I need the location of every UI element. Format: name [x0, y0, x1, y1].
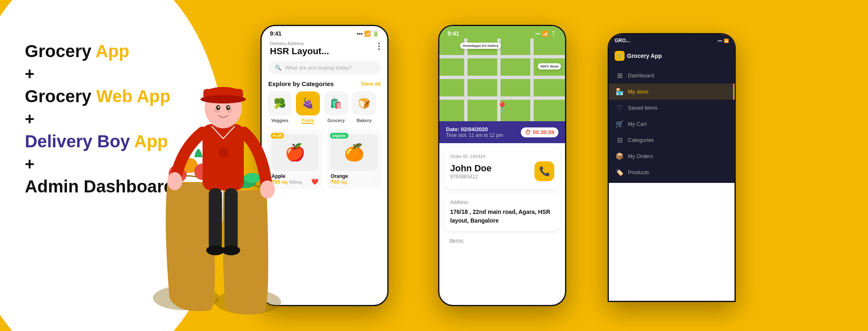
nav-cart-label: My Cart	[628, 121, 647, 127]
phone3-time: GRO...	[615, 38, 630, 43]
map-view: Venkatappa Art Gallery HDFC Bank 📍	[439, 38, 565, 121]
wifi-icon: 📶	[724, 38, 729, 43]
nav-orders-label: My Orders	[628, 153, 653, 159]
phone3-status-bar: GRO... ▪▪▪ 📶	[609, 34, 734, 47]
bakery-label: Bakery	[357, 118, 372, 123]
call-button[interactable]: 📞	[534, 161, 554, 181]
phone2-status-icons: ▪▪▪ 📶 🔋	[535, 31, 557, 37]
fruits-icon: 🍇	[296, 91, 320, 115]
customer-info: John Doe 9765883412 📞	[450, 161, 554, 181]
nav-categories-label: Categories	[628, 137, 654, 143]
address-text: 176/18 , 22nd main road, Agara, HSR layo…	[450, 208, 554, 225]
admin-app-header: 🛒 Grocery App	[609, 47, 734, 65]
nav-item-orders[interactable]: 📦 My Orders	[609, 148, 734, 164]
map-road	[439, 96, 565, 100]
order-timeslot: Time slot: 11 am to 12 pm	[446, 132, 503, 138]
svg-point-19	[218, 106, 219, 108]
bakery-icon: 🍞	[352, 91, 376, 115]
order-status-bar: Date: 02/04/2020 Time slot: 11 am to 12 …	[439, 121, 565, 143]
map-location-label-bank: HDFC Bank	[538, 63, 561, 70]
svg-point-21	[167, 172, 182, 190]
nav-dashboard-label: Dashboard	[628, 72, 654, 79]
countdown-timer: ⏱ 00:30:59	[521, 127, 558, 137]
nav-item-categories[interactable]: ⊟ Categories	[609, 132, 734, 148]
order-id: Order ID: 242424	[450, 154, 554, 159]
map-road	[439, 55, 565, 58]
svg-point-14	[200, 95, 246, 103]
wifi-icon: 📶	[542, 31, 548, 37]
svg-point-25	[206, 245, 224, 255]
apple-old-price: ₹20/kg	[289, 180, 302, 185]
fruits-label: Fruits	[302, 118, 315, 124]
phone2-time: 9:41	[448, 30, 459, 37]
heart-filled-icon[interactable]: ❤️	[311, 178, 318, 185]
orange-image: 🍊	[331, 134, 377, 171]
svg-point-22	[260, 180, 275, 199]
signal-icon: ▪▪▪	[535, 31, 540, 36]
nav-item-cart[interactable]: 🛒 My Cart	[609, 116, 734, 132]
category-grocery[interactable]: 🛍️ Grocery	[324, 91, 348, 124]
address-label: Address	[450, 199, 554, 205]
organic-badge: organic	[330, 133, 348, 139]
nav-item-mystore[interactable]: 🏪 My store	[609, 84, 734, 100]
order-date: Date: 02/04/2020	[446, 126, 503, 132]
phone1-status-icons: ▪▪▪ 📶 🔋	[357, 31, 379, 37]
battery-icon: 🔋	[372, 31, 379, 37]
orange-name: Orange	[331, 173, 377, 179]
cart-icon: 🛒	[615, 120, 624, 128]
nav-item-saved[interactable]: ♡ Saved items	[609, 100, 734, 116]
search-placeholder: What are you buying today?	[285, 65, 352, 71]
items-section-label: Items	[439, 236, 565, 246]
svg-point-27	[218, 148, 228, 158]
phone3-status-icons: ▪▪▪ 📶	[718, 38, 729, 43]
saved-icon: ♡	[615, 104, 624, 112]
dashboard-icon: ⊞	[615, 72, 624, 79]
svg-point-26	[222, 245, 240, 255]
nav-item-dashboard[interactable]: ⊞ Dashboard	[609, 67, 734, 84]
nav-mystore-label: My store	[628, 89, 649, 95]
logo-text: Grocery App	[627, 53, 662, 59]
orange-price: ₹60 /kg	[331, 179, 377, 185]
customer-phone: 9765883412	[450, 174, 491, 180]
map-road	[464, 38, 467, 121]
battery-icon: 🔋	[550, 31, 557, 37]
map-pin: 📍	[496, 101, 508, 113]
logo-icon: 🛒	[615, 51, 625, 61]
address-card: Address 176/18 , 22nd main road, Agara, …	[444, 194, 560, 231]
nav-saved-label: Saved items	[628, 105, 658, 111]
delivery-person-illustration	[145, 17, 289, 331]
grocery-icon: 🛍️	[324, 91, 348, 115]
svg-point-8	[244, 173, 260, 183]
map-location-label-gallery: Venkatappa Art Gallery	[460, 43, 501, 49]
heart-empty-icon[interactable]: ♡	[372, 178, 377, 185]
svg-rect-23	[209, 188, 222, 250]
nav-item-products[interactable]: 🏷️ Products	[609, 164, 734, 180]
customer-name: John Doe	[450, 163, 491, 174]
svg-rect-24	[224, 188, 238, 250]
signal-icon: ▪▪▪	[357, 31, 362, 37]
category-fruits[interactable]: 🍇 Fruits	[296, 91, 320, 124]
map-grid: Venkatappa Art Gallery HDFC Bank 📍	[439, 38, 565, 121]
category-bakery[interactable]: 🍞 Bakery	[352, 91, 377, 124]
store-icon: 🏪	[615, 88, 624, 96]
order-card: Order ID: 242424 John Doe 9765883412 📞	[444, 148, 560, 189]
svg-point-20	[228, 106, 229, 108]
nav-products-label: Products	[628, 169, 649, 175]
product-orange[interactable]: organic 🍊 Orange ₹60 /kg ♡	[327, 130, 382, 189]
phone2-status-bar: 9:41 ▪▪▪ 📶 🔋	[439, 26, 565, 38]
wifi-icon: 📶	[364, 31, 371, 37]
map-road	[530, 38, 534, 121]
signal-icon: ▪▪▪	[718, 38, 722, 43]
map-road	[439, 76, 565, 79]
phone-admin-dashboard: GRO... ▪▪▪ 📶 🛒 Grocery App ⊞ Dashboard 🏪…	[608, 33, 736, 302]
grocery-label: Grocery	[327, 118, 345, 123]
admin-navigation: ⊞ Dashboard 🏪 My store ♡ Saved items 🛒 M…	[609, 65, 734, 183]
view-all-button[interactable]: View all	[361, 81, 381, 87]
orders-icon: 📦	[615, 152, 624, 160]
phone-delivery-app: 9:41 ▪▪▪ 📶 🔋 Venkatappa Art Gallery HDFC…	[438, 25, 566, 306]
timer-icon: ⏱	[525, 129, 531, 136]
products-icon: 🏷️	[615, 168, 624, 176]
options-menu-icon[interactable]	[378, 43, 380, 50]
admin-logo: 🛒 Grocery App	[615, 51, 662, 61]
categories-icon: ⊟	[615, 136, 624, 144]
